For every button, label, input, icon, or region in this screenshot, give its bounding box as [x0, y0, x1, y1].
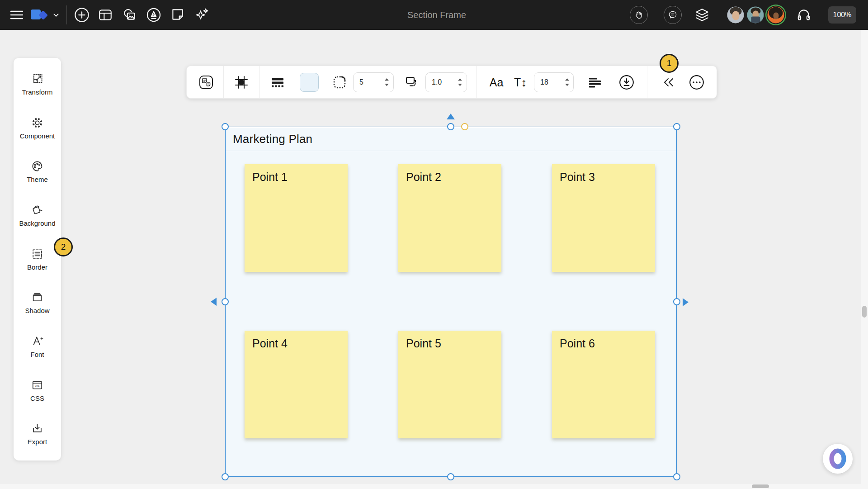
- font-size-input[interactable]: [534, 78, 565, 87]
- expand-left-arrow[interactable]: [211, 298, 217, 306]
- draw-tool-button[interactable]: [146, 7, 162, 23]
- stroke-width-input[interactable]: [354, 78, 384, 87]
- section-frame-icon: [198, 74, 214, 90]
- stepper-down-icon: [458, 83, 462, 86]
- font-size-stepper[interactable]: [565, 78, 570, 86]
- resize-handle-middle-right[interactable]: [673, 298, 680, 305]
- sidebar-item-label: Shadow: [25, 307, 49, 314]
- sticky-note-4[interactable]: Point 4: [245, 331, 348, 438]
- section-frame-type-button[interactable]: [198, 74, 214, 90]
- resize-handle-top-right[interactable]: [673, 123, 680, 130]
- sticky-note-tool-button[interactable]: [170, 7, 185, 23]
- border-style-icon: [31, 248, 43, 260]
- resize-handle-top-center[interactable]: [447, 123, 454, 130]
- resize-handle-middle-left[interactable]: [222, 298, 229, 305]
- comments-button[interactable]: [664, 6, 682, 24]
- media-tool-button[interactable]: [122, 7, 137, 23]
- more-options-button[interactable]: [689, 74, 705, 90]
- ai-assist-button[interactable]: [193, 7, 210, 23]
- section-frame[interactable]: Marketing Plan Point 1 Point 2 Point 3 P…: [225, 127, 677, 477]
- step-badge-2: 2: [54, 237, 73, 256]
- text-align-button[interactable]: [588, 75, 602, 90]
- sticky-note-3[interactable]: Point 3: [552, 164, 655, 272]
- font-style-button[interactable]: Aa: [490, 76, 504, 89]
- sidebar-item-export[interactable]: Export: [14, 412, 61, 456]
- section-frame-header[interactable]: Marketing Plan: [226, 127, 676, 151]
- scale-input[interactable]: [426, 78, 456, 87]
- image-icon: [122, 7, 137, 23]
- sticky-note-1[interactable]: Point 1: [245, 164, 348, 272]
- table-icon: [98, 7, 113, 23]
- scale-stepper[interactable]: [458, 78, 462, 86]
- hamburger-icon: [9, 8, 24, 22]
- sidebar-item-transform[interactable]: Transform: [14, 62, 61, 106]
- assistant-widget-button[interactable]: [823, 444, 853, 474]
- collapse-toolbar-button[interactable]: [661, 75, 676, 90]
- sticky-note-5[interactable]: Point 5: [398, 331, 501, 438]
- vertical-scrollbar-thumb[interactable]: [862, 306, 867, 318]
- toolbar-divider: [223, 66, 224, 98]
- sidebar-item-font[interactable]: Font: [14, 325, 61, 369]
- horizontal-scrollbar-thumb[interactable]: [752, 484, 769, 488]
- app-logo[interactable]: [28, 7, 52, 23]
- audio-button[interactable]: [796, 7, 811, 23]
- layers-button[interactable]: [694, 7, 710, 23]
- frame-button[interactable]: [234, 75, 249, 90]
- section-frame-title: Marketing Plan: [233, 132, 312, 146]
- sidebar-item-label: Background: [19, 219, 55, 227]
- sidebar-item-theme[interactable]: Theme: [14, 150, 61, 194]
- resize-handle-bottom-right[interactable]: [673, 473, 680, 480]
- sidebar-item-shadow[interactable]: Shadow: [14, 281, 61, 325]
- sidebar-item-component[interactable]: Component: [14, 106, 61, 150]
- workspace-menu-button[interactable]: [51, 10, 61, 20]
- sticky-note-6[interactable]: Point 6: [552, 331, 655, 438]
- border-radius-button[interactable]: [332, 75, 347, 90]
- collaborator-avatar-2[interactable]: [746, 6, 765, 24]
- sidebar-item-css[interactable]: </> CSS: [14, 369, 61, 413]
- stroke-width-stepper[interactable]: [384, 78, 389, 86]
- sidebar-item-label: Font: [30, 351, 44, 358]
- scale-button[interactable]: [404, 75, 420, 90]
- whiteboard-app: Section Frame: [0, 0, 868, 489]
- sidebar-item-label: Component: [20, 132, 55, 140]
- zoom-level-button[interactable]: 100%: [828, 6, 856, 24]
- css-code-icon: </>: [31, 379, 43, 391]
- resize-handle-bottom-left[interactable]: [222, 473, 229, 480]
- sidebar-item-background[interactable]: Background: [14, 194, 61, 237]
- pan-tool-button[interactable]: [630, 6, 648, 24]
- double-chevron-left-icon: [661, 75, 676, 90]
- fill-color-button[interactable]: [300, 73, 319, 92]
- document-title: Section Frame: [407, 10, 466, 20]
- resize-handle-bottom-center[interactable]: [447, 473, 454, 480]
- vertical-scrollbar-track: [861, 30, 868, 489]
- hamburger-menu-button[interactable]: [9, 8, 24, 22]
- expand-up-arrow[interactable]: [447, 114, 455, 119]
- sidebar-item-label: CSS: [30, 394, 44, 402]
- stepper-down-icon: [384, 83, 389, 86]
- line-height-icon: T↕: [514, 76, 527, 89]
- sticky-note-2[interactable]: Point 2: [398, 164, 501, 272]
- pen-circle-icon: [146, 7, 162, 23]
- table-tool-button[interactable]: [98, 7, 113, 23]
- collaborator-avatar-1[interactable]: [726, 6, 745, 24]
- fill-color-swatch: [300, 73, 319, 92]
- line-height-button[interactable]: T↕: [514, 76, 527, 89]
- collaborator-avatar-3[interactable]: [767, 6, 785, 24]
- topbar-divider: [66, 5, 67, 24]
- sidebar-item-label: Border: [27, 263, 47, 271]
- stepper-down-icon: [565, 83, 570, 86]
- sidebar-item-label: Theme: [27, 176, 48, 183]
- download-button[interactable]: [618, 74, 635, 90]
- export-icon: [31, 423, 43, 435]
- line-style-button[interactable]: [270, 75, 285, 90]
- dashed-border-icon: [332, 75, 347, 90]
- gear-icon: [31, 117, 43, 129]
- shadow-icon: [31, 291, 43, 304]
- rotate-handle[interactable]: [461, 123, 468, 130]
- add-shape-button[interactable]: [74, 7, 90, 23]
- stepper-up-icon: [565, 78, 570, 81]
- headphones-icon: [796, 7, 811, 23]
- frame-icon: [234, 75, 249, 90]
- resize-handle-top-left[interactable]: [222, 123, 229, 130]
- expand-right-arrow[interactable]: [683, 298, 689, 306]
